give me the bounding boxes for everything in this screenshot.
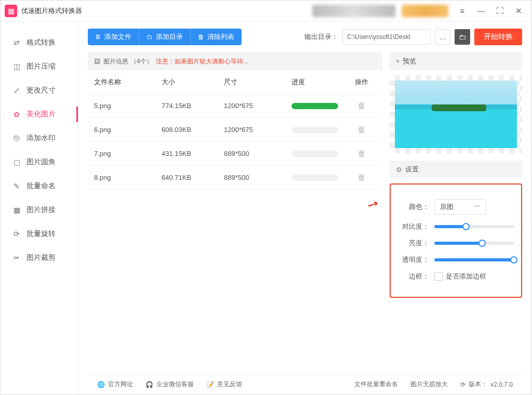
headset-icon: 🎧 <box>145 381 153 388</box>
clear-list-button[interactable]: 🗑清除列表 <box>190 29 242 45</box>
color-select[interactable]: 原图﹀ <box>434 199 486 215</box>
cell-size: 640.71KB <box>162 174 224 181</box>
feedback-icon: 📝 <box>206 381 214 388</box>
rename-label: 文件批量重命名 <box>354 380 398 389</box>
sidebar-item-7[interactable]: ▦图片拼接 <box>1 198 78 222</box>
sidebar-icon: ⟳ <box>12 229 21 239</box>
add-file-button[interactable]: 🗎添加文件 <box>88 29 139 45</box>
add-dir-label: 添加目录 <box>156 32 183 42</box>
sidebar-item-0[interactable]: ⇄格式转换 <box>1 31 78 55</box>
output-dir-input[interactable] <box>342 29 431 45</box>
cell-progress <box>291 103 349 109</box>
brightness-label: 亮度： <box>398 239 429 248</box>
sidebar-item-label: 美化图片 <box>26 110 56 119</box>
info-warning: 注意：如果图片较大请耐心等待... <box>156 57 248 66</box>
gear-icon: ⚙ <box>396 166 402 174</box>
add-dir-button[interactable]: 🗀添加目录 <box>139 29 190 45</box>
preview-title: 预览 <box>403 57 416 66</box>
sidebar-icon: ⤢ <box>12 86 21 95</box>
delete-button[interactable]: 🗑 <box>357 149 366 158</box>
sidebar: ⇄格式转换◫图片压缩⤢更改尺寸✿美化图片㊞添加水印▢图片圆角✎批量命名▦图片拼接… <box>1 21 78 394</box>
cell-progress <box>291 127 349 133</box>
opacity-slider[interactable] <box>434 258 514 261</box>
feedback-link[interactable]: 📝意见反馈 <box>206 380 242 389</box>
blurred-region <box>402 5 448 17</box>
folder-icon: 🗀 <box>147 33 153 41</box>
sidebar-icon: ⇄ <box>12 38 21 47</box>
version-label: 版本： <box>469 380 487 389</box>
minimize-button[interactable]: — <box>475 5 487 17</box>
cell-name: 7.png <box>94 150 162 157</box>
col-act-header: 操作 <box>349 77 375 87</box>
official-site-link[interactable]: 🌐官方网址 <box>97 380 133 389</box>
sidebar-icon: ✿ <box>12 110 21 119</box>
sidebar-item-2[interactable]: ⤢更改尺寸 <box>1 78 78 102</box>
cell-size: 774.15KB <box>162 102 224 110</box>
footer: 🌐官方网址 🎧企业微信客服 📝意见反馈 文件批量重命名 图片无损放大 ⟳版本：v… <box>88 374 522 394</box>
progress-bar <box>291 103 338 109</box>
table-row: 5.png774.15KB1200*675🗑 <box>88 94 382 118</box>
sidebar-icon: ▢ <box>12 157 21 167</box>
progress-bar <box>291 151 338 157</box>
titlebar: ▦ 优速图片格式转换器 ≡ — ⛶ ✕ <box>1 1 531 21</box>
app-title: 优速图片格式转换器 <box>21 6 82 16</box>
info-label: 图片信息 <box>103 57 128 66</box>
sidebar-item-9[interactable]: ✂图片裁剪 <box>1 246 78 270</box>
sidebar-item-label: 格式转换 <box>26 38 56 47</box>
menu-icon[interactable]: ≡ <box>457 5 468 17</box>
wechat-service-link[interactable]: 🎧企业微信客服 <box>145 380 194 389</box>
table-row: 7.png431.15KB889*500🗑 <box>88 142 382 166</box>
cell-size: 608.03KB <box>162 126 224 134</box>
sidebar-icon: ✎ <box>12 181 21 191</box>
brightness-slider[interactable] <box>434 242 514 245</box>
settings-header: ⚙设置 <box>390 161 522 178</box>
delete-button[interactable]: 🗑 <box>357 101 366 110</box>
image-icon: 🖼 <box>94 58 100 65</box>
cell-name: 5.png <box>94 102 162 110</box>
cell-progress <box>291 151 349 157</box>
sidebar-item-4[interactable]: ㊞添加水印 <box>1 126 78 150</box>
border-label: 边框： <box>398 272 429 281</box>
trash-icon: 🗑 <box>198 33 204 41</box>
chevron-down-icon: ﹀ <box>474 202 481 212</box>
sidebar-item-label: 图片圆角 <box>26 157 56 167</box>
settings-panel: ➚ 颜色： 原图﹀ 对比度： 亮度： <box>390 183 522 298</box>
open-folder-button[interactable]: 🗀 <box>455 29 470 45</box>
border-check-label: 是否添加边框 <box>446 272 486 281</box>
table-row: 6.png608.03KB1200*675🗑 <box>88 118 382 142</box>
blurred-region <box>312 5 395 17</box>
sidebar-item-1[interactable]: ◫图片压缩 <box>1 55 78 78</box>
cell-progress <box>291 175 349 181</box>
sidebar-item-label: 图片拼接 <box>26 205 56 215</box>
browse-button[interactable]: … <box>435 29 450 45</box>
clear-label: 清除列表 <box>207 32 234 42</box>
sidebar-item-label: 图片裁剪 <box>26 253 56 262</box>
sidebar-item-label: 添加水印 <box>26 134 56 143</box>
sidebar-item-label: 更改尺寸 <box>26 86 56 95</box>
start-convert-button[interactable]: 开始转换 <box>474 29 522 45</box>
sidebar-item-8[interactable]: ⟳批量旋转 <box>1 222 78 246</box>
globe-icon: 🌐 <box>97 381 105 388</box>
col-prog-header: 进度 <box>291 77 349 87</box>
delete-button[interactable]: 🗑 <box>357 173 366 182</box>
service-label: 企业微信客服 <box>156 380 194 389</box>
sidebar-item-label: 图片压缩 <box>26 62 56 71</box>
sidebar-item-5[interactable]: ▢图片圆角 <box>1 150 78 174</box>
sidebar-item-label: 批量命名 <box>26 181 56 191</box>
settings-title: 设置 <box>405 165 419 174</box>
zoom-label: 图片无损放大 <box>410 380 448 389</box>
progress-bar <box>291 175 338 181</box>
border-checkbox[interactable] <box>434 272 443 281</box>
maximize-button[interactable]: ⛶ <box>494 5 506 17</box>
sidebar-icon: ㊞ <box>12 134 21 143</box>
batch-rename-link[interactable]: 文件批量重命名 <box>354 380 398 389</box>
close-button[interactable]: ✕ <box>513 5 524 17</box>
progress-bar <box>291 127 338 133</box>
image-zoom-link[interactable]: 图片无损放大 <box>410 380 448 389</box>
delete-button[interactable]: 🗑 <box>357 125 366 134</box>
sidebar-item-3[interactable]: ✿美化图片 <box>1 102 78 126</box>
sidebar-item-6[interactable]: ✎批量命名 <box>1 174 78 198</box>
sidebar-icon: ▦ <box>12 205 21 215</box>
start-label: 开始转换 <box>484 32 513 42</box>
contrast-slider[interactable] <box>434 225 514 228</box>
